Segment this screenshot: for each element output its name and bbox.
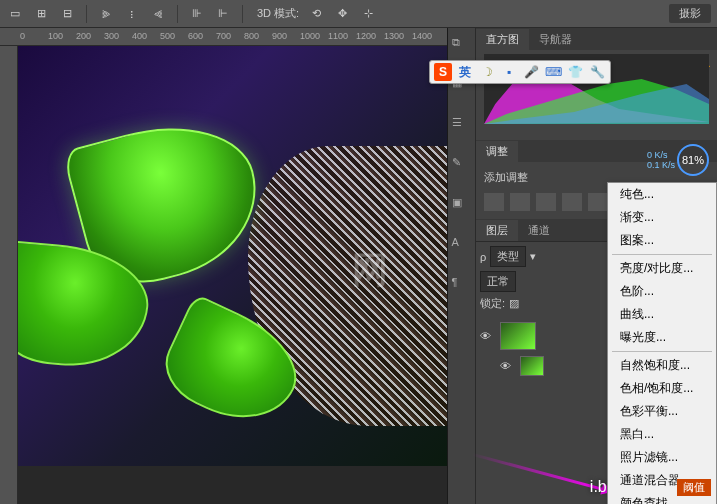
document-canvas[interactable]: 网 <box>18 46 447 466</box>
align-left-icon[interactable]: ⫸ <box>97 5 115 23</box>
clone-icon[interactable]: ▣ <box>452 196 472 216</box>
ime-toolbar[interactable]: S 英 ☽ ▪ 🎤 ⌨ 👕 🔧 <box>429 60 611 84</box>
menu-brightness-contrast[interactable]: 亮度/对比度... <box>608 257 716 280</box>
ruler-mark: 1000 <box>300 31 320 41</box>
align-right-icon[interactable]: ⫷ <box>149 5 167 23</box>
vertical-ruler <box>0 46 18 504</box>
menu-separator <box>612 351 712 352</box>
3d-pan-icon[interactable]: ✥ <box>333 5 351 23</box>
adjustments-tab[interactable]: 调整 <box>476 141 518 162</box>
distribute-icon-2[interactable]: ⊩ <box>214 5 232 23</box>
ime-settings-icon[interactable]: 🔧 <box>588 63 606 81</box>
ime-keyboard-icon[interactable]: ⌨ <box>544 63 562 81</box>
separator <box>177 5 178 23</box>
memory-gauge[interactable]: 81% <box>677 144 709 176</box>
3d-orbit-icon[interactable]: ⟲ <box>307 5 325 23</box>
ruler-mark: 500 <box>160 31 175 41</box>
ime-lang-toggle[interactable]: 英 <box>456 63 474 81</box>
horizontal-ruler: 0 100 200 300 400 500 600 700 800 900 10… <box>0 28 447 46</box>
histogram-tab[interactable]: 直方图 <box>476 29 529 50</box>
ruler-mark: 100 <box>48 31 63 41</box>
distribute-icon-1[interactable]: ⊪ <box>188 5 206 23</box>
lock-transparency-icon[interactable]: ▨ <box>509 297 519 310</box>
tool-icon-1[interactable]: ▭ <box>6 5 24 23</box>
menu-levels[interactable]: 色阶... <box>608 280 716 303</box>
chevron-down-icon: ▾ <box>530 250 536 263</box>
navigator-tab[interactable]: 导航器 <box>529 29 582 50</box>
layer-thumbnail[interactable] <box>520 356 544 376</box>
layer-thumbnail[interactable] <box>500 322 536 350</box>
ruler-mark: 300 <box>104 31 119 41</box>
menu-color-balance[interactable]: 色彩平衡... <box>608 400 716 423</box>
ruler-mark: 900 <box>272 31 287 41</box>
3d-zoom-icon[interactable]: ⊹ <box>359 5 377 23</box>
menu-black-white[interactable]: 黑白... <box>608 423 716 446</box>
menu-exposure[interactable]: 曝光度... <box>608 326 716 349</box>
curves-icon[interactable] <box>536 193 556 211</box>
ruler-mark: 1100 <box>328 31 348 41</box>
ruler-mark: 400 <box>132 31 147 41</box>
image-watermark: 网 <box>352 246 388 295</box>
swatches-icon[interactable]: ☰ <box>452 116 472 136</box>
align-center-icon[interactable]: ⫶ <box>123 5 141 23</box>
menu-photo-filter[interactable]: 照片滤镜... <box>608 446 716 469</box>
levels-icon[interactable] <box>510 193 530 211</box>
ruler-mark: 1200 <box>356 31 376 41</box>
upload-speed: 0 K/s <box>647 150 675 160</box>
ruler-mark: 800 <box>244 31 259 41</box>
brush-icon[interactable]: ✎ <box>452 156 472 176</box>
brightness-icon[interactable] <box>484 193 504 211</box>
channels-tab[interactable]: 通道 <box>518 220 560 241</box>
exposure-icon[interactable] <box>562 193 582 211</box>
threshold-callout: 阈值 <box>677 479 711 496</box>
visibility-icon[interactable]: 👁 <box>480 330 494 342</box>
blend-mode-dropdown[interactable]: 正常 <box>480 271 516 292</box>
ruler-mark: 0 <box>20 31 25 41</box>
ime-punct-icon[interactable]: ▪ <box>500 63 518 81</box>
menu-vibrance[interactable]: 自然饱和度... <box>608 354 716 377</box>
separator <box>242 5 243 23</box>
performance-gauge: 0 K/s 0.1 K/s 81% <box>647 140 717 180</box>
menu-solid-color[interactable]: 纯色... <box>608 183 716 206</box>
vibrance-icon[interactable] <box>588 193 608 211</box>
ruler-mark: 700 <box>216 31 231 41</box>
menu-pattern[interactable]: 图案... <box>608 229 716 252</box>
sogou-logo-icon[interactable]: S <box>434 63 452 81</box>
filter-type-label: ρ <box>480 251 486 263</box>
ruler-mark: 600 <box>188 31 203 41</box>
options-bar: ▭ ⊞ ⊟ ⫸ ⫶ ⫷ ⊪ ⊩ 3D 模式: ⟲ ✥ ⊹ 摄影 <box>0 0 717 28</box>
ime-moon-icon[interactable]: ☽ <box>478 63 496 81</box>
ime-skin-icon[interactable]: 👕 <box>566 63 584 81</box>
menu-gradient[interactable]: 渐变... <box>608 206 716 229</box>
history-icon[interactable]: ⧉ <box>452 36 472 56</box>
canvas-area: 0 100 200 300 400 500 600 700 800 900 10… <box>0 28 447 504</box>
adjustment-layer-menu: 纯色... 渐变... 图案... 亮度/对比度... 色阶... 曲线... … <box>607 182 717 504</box>
visibility-icon[interactable]: 👁 <box>500 360 514 372</box>
menu-hue-saturation[interactable]: 色相/饱和度... <box>608 377 716 400</box>
download-speed: 0.1 K/s <box>647 160 675 170</box>
workspace-selector[interactable]: 摄影 <box>669 4 711 23</box>
lock-label: 锁定: <box>480 296 505 311</box>
separator <box>86 5 87 23</box>
menu-separator <box>612 254 712 255</box>
paragraph-icon[interactable]: ¶ <box>452 276 472 296</box>
menu-curves[interactable]: 曲线... <box>608 303 716 326</box>
ime-mic-icon[interactable]: 🎤 <box>522 63 540 81</box>
tool-icon-2[interactable]: ⊞ <box>32 5 50 23</box>
text-icon[interactable]: A <box>452 236 472 256</box>
ruler-mark: 1300 <box>384 31 404 41</box>
tool-icon-3[interactable]: ⊟ <box>58 5 76 23</box>
3d-mode-label: 3D 模式: <box>257 6 299 21</box>
ruler-mark: 200 <box>76 31 91 41</box>
collapsed-dock: ⧉ ▦ ☰ ✎ ▣ A ¶ <box>448 28 476 504</box>
histogram-panel-tabs: 直方图 导航器 <box>476 28 717 50</box>
layers-tab[interactable]: 图层 <box>476 220 518 241</box>
layer-filter-dropdown[interactable]: 类型 <box>490 246 526 267</box>
ruler-mark: 1400 <box>412 31 432 41</box>
